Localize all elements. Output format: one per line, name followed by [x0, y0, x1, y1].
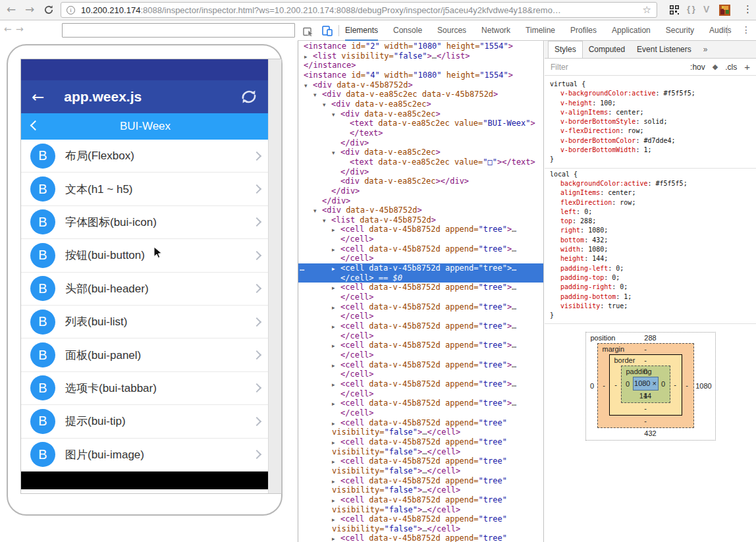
- tree-node-line[interactable]: ▸<cell data-v-45b8752d append="tree": [298, 437, 543, 447]
- devtools-tab-sources[interactable]: Sources: [437, 20, 466, 41]
- expand-arrow-icon[interactable]: ▸: [332, 477, 340, 487]
- border-left-value[interactable]: -: [611, 381, 621, 389]
- expand-arrow-icon[interactable]: ▸: [332, 534, 340, 542]
- more-tabs-icon[interactable]: »: [697, 41, 714, 58]
- tree-node-line[interactable]: </div>: [298, 186, 543, 196]
- css-property[interactable]: bottom: 432;: [550, 236, 756, 245]
- tree-node-line[interactable]: ▾<list data-v-45b8752d>: [298, 215, 543, 225]
- list-item[interactable]: B字体图标(bui-icon): [21, 206, 269, 239]
- position-bottom-value[interactable]: 432: [644, 429, 656, 437]
- css-property[interactable]: height: 144;: [550, 254, 756, 263]
- devtools-tab-console[interactable]: Console: [393, 20, 422, 41]
- css-property[interactable]: padding-top: 0;: [550, 273, 756, 283]
- phone-sub-back-icon[interactable]: [30, 121, 41, 131]
- tree-node-line[interactable]: ▸<cell data-v-45b8752d append="tree": [298, 456, 543, 466]
- tree-node-line[interactable]: </cell> == $0: [298, 273, 543, 283]
- rule-selector[interactable]: local {: [550, 170, 756, 179]
- tree-node-line[interactable]: ▸<cell data-v-45b8752d append="tree">…: [298, 360, 543, 370]
- css-property[interactable]: padding-right: 0;: [550, 283, 756, 292]
- tree-node-line[interactable]: ▾<div data-v-ea85c2ec>: [298, 99, 543, 109]
- css-property[interactable]: top: 288;: [550, 217, 756, 226]
- tree-node-line[interactable]: <instance id="2" width="1080" height="15…: [298, 41, 543, 51]
- tree-node-line[interactable]: visibility="false">…</cell>: [298, 447, 543, 457]
- expand-arrow-icon[interactable]: ▸: [332, 438, 340, 448]
- css-property[interactable]: backgroundColor:active: #f5f5f5;: [550, 179, 756, 188]
- phone-refresh-icon[interactable]: [239, 88, 259, 106]
- toggle-hover-state[interactable]: :hov: [690, 63, 705, 72]
- tree-node-line[interactable]: visibility="false">…</cell>: [298, 524, 543, 534]
- browser-refresh-icon[interactable]: [43, 5, 54, 15]
- tree-node-line[interactable]: visibility="false">…</cell>: [298, 466, 543, 476]
- collapse-arrow-icon[interactable]: ▾: [323, 216, 331, 226]
- collapse-arrow-icon[interactable]: ▾: [304, 81, 313, 91]
- address-bar[interactable]: i 10.200.210.174:8088/inspector/inspecto…: [61, 2, 657, 18]
- css-property[interactable]: v-height: 100;: [550, 99, 756, 108]
- margin-right-value[interactable]: -: [682, 381, 692, 389]
- tree-node-line[interactable]: ▾<div data-v-ea85c2ec>: [298, 148, 543, 157]
- expand-arrow-icon[interactable]: ▸: [332, 245, 340, 255]
- expand-arrow-icon[interactable]: ▸: [332, 361, 340, 371]
- tree-node-line[interactable]: ▸<list visibility="false">…</list>: [298, 51, 543, 61]
- tree-node-line[interactable]: visibility="false">…</cell>: [298, 485, 543, 495]
- tree-node-line[interactable]: </div>: [298, 196, 543, 206]
- tree-node-line[interactable]: ▾<div data-v-ea85c2ec data-v-45b8752d>: [298, 90, 543, 99]
- expand-arrow-icon[interactable]: ▸: [332, 515, 340, 525]
- css-property[interactable]: right: 1080;: [550, 226, 756, 235]
- tree-node-line[interactable]: </cell>: [298, 369, 543, 379]
- phone-back-icon[interactable]: ←: [32, 88, 44, 105]
- list-item[interactable]: B图片(bui-image): [21, 439, 269, 472]
- devtools-tab-security[interactable]: Security: [666, 20, 694, 41]
- expand-arrow-icon[interactable]: ▸: [332, 419, 340, 429]
- tree-node-line[interactable]: ▸<cell data-v-45b8752d append="tree">…: [298, 283, 543, 292]
- box-model-content[interactable]: 1080 × 144: [633, 377, 659, 391]
- css-property[interactable]: v-borderBottomColor: #d7dde4;: [550, 136, 756, 146]
- tree-node-line[interactable]: </cell>: [298, 408, 543, 418]
- margin-left-value[interactable]: -: [599, 381, 609, 389]
- tree-node-line[interactable]: ▸<cell data-v-45b8752d append="tree">…: [298, 340, 543, 350]
- styles-tab-event-listeners[interactable]: Event Listeners: [631, 41, 697, 58]
- devtools-tab-elements[interactable]: Elements: [345, 20, 378, 41]
- css-property[interactable]: padding-left: 0;: [550, 264, 756, 273]
- tree-node-line[interactable]: ▸<cell data-v-45b8752d append="tree">…: [298, 225, 543, 234]
- collapse-arrow-icon[interactable]: ▾: [323, 100, 331, 110]
- expand-arrow-icon[interactable]: ▸: [332, 399, 340, 409]
- list-item[interactable]: B面板(bui-panel): [21, 339, 269, 371]
- position-top-value[interactable]: 288: [644, 334, 656, 342]
- padding-left-value[interactable]: 0: [623, 380, 633, 388]
- device-toolbar-icon[interactable]: [321, 26, 333, 36]
- devtools-tab-network[interactable]: Network: [481, 20, 510, 41]
- border-top-value[interactable]: -: [644, 356, 647, 364]
- qr-extension-icon[interactable]: [669, 5, 680, 15]
- expand-arrow-icon[interactable]: ▸: [304, 52, 313, 62]
- expand-arrow-icon[interactable]: ▸: [332, 496, 340, 506]
- colored-extension-icon[interactable]: [719, 5, 730, 16]
- address-input[interactable]: [62, 23, 295, 38]
- expand-arrow-icon[interactable]: ▸: [332, 341, 340, 351]
- expand-arrow-icon[interactable]: ▸: [332, 283, 340, 293]
- list-item[interactable]: B文本(h1 ~ h5): [21, 173, 269, 205]
- devtools-tab-timeline[interactable]: Timeline: [526, 20, 555, 41]
- tree-node-line[interactable]: </instance>: [298, 61, 543, 70]
- margin-top-value[interactable]: -: [644, 345, 647, 353]
- tree-node-line[interactable]: </cell>: [298, 292, 543, 302]
- list-item[interactable]: B选项卡(bui-tabbar): [21, 372, 269, 405]
- tree-node-line[interactable]: ▸<cell data-v-45b8752d append="tree": [298, 476, 543, 486]
- expand-arrow-icon[interactable]: ▸: [332, 264, 340, 274]
- devtools-menu-icon[interactable]: ⋮: [742, 24, 751, 35]
- expand-arrow-icon[interactable]: ▸: [332, 303, 340, 313]
- tree-node-line[interactable]: ▸<cell data-v-45b8752d append="tree">…: [298, 302, 543, 312]
- css-property[interactable]: v-alignItems: center;: [550, 108, 756, 117]
- browser-menu-icon[interactable]: ⋮: [743, 3, 753, 15]
- list-item[interactable]: B头部(bui-header): [21, 273, 269, 306]
- tree-node-line[interactable]: </cell>: [298, 234, 543, 244]
- tree-node-line[interactable]: ▸<cell data-v-45b8752d append="tree">…: [298, 398, 543, 408]
- tree-node-line[interactable]: </div>: [298, 138, 543, 148]
- tree-node-line[interactable]: ▾<div data-v-45b8752d>: [298, 80, 543, 90]
- node-options-icon[interactable]: …: [300, 263, 304, 273]
- css-property[interactable]: flexDirection: row;: [550, 198, 756, 207]
- toggle-classes[interactable]: .cls: [725, 63, 737, 72]
- page-back-icon[interactable]: ←: [4, 24, 12, 34]
- list-item[interactable]: B按钮(bui-button): [21, 239, 269, 272]
- tree-node-line[interactable]: <div data-v-ea85c2ec></div>: [298, 176, 543, 186]
- padding-bottom-value[interactable]: 1: [643, 392, 647, 400]
